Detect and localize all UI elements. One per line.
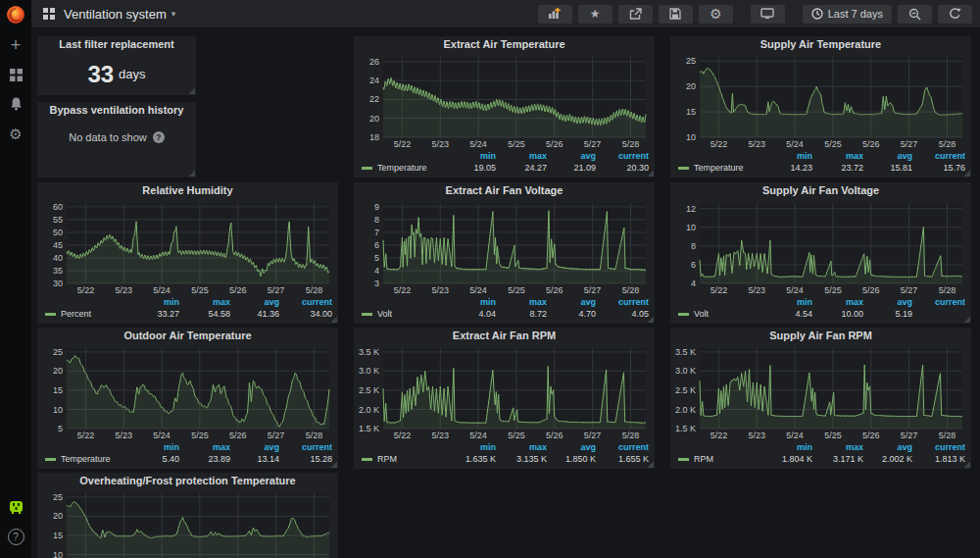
legend-series[interactable]: Volt [362,309,447,319]
legend-header-current[interactable]: current [596,297,649,307]
legend-header-min[interactable]: min [763,442,812,452]
legend-header-current[interactable]: current [279,297,332,307]
panel-title[interactable]: Extract Air Fan Voltage [354,182,655,199]
legend-header-avg[interactable]: avg [863,151,912,161]
panel-title[interactable]: Supply Air Temperature [670,36,971,53]
chart-extract-air-fan-voltage[interactable]: 5/225/235/245/255/265/275/283456789 [358,199,651,295]
chart-extract-air-temperature[interactable]: 5/225/235/245/255/265/275/281820222426 [358,53,651,149]
legend-header-current[interactable]: current [596,151,649,161]
panel-resize-handle[interactable] [646,315,654,323]
chart-supply-air-fan-voltage[interactable]: 5/225/235/245/255/265/275/284681012 [674,199,967,295]
chart-relative-humidity[interactable]: 5/225/235/245/255/265/275/28303540455055… [41,199,334,295]
legend-header-max[interactable]: max [496,297,547,307]
grafana-logo-icon[interactable] [0,0,31,29]
cycle-view-monitor-button[interactable] [751,5,785,24]
dashboard-grid-icon[interactable] [43,8,55,20]
legend-series[interactable]: Temperature [362,163,447,173]
panel-resize-handle[interactable] [962,315,970,323]
dashboard-title[interactable]: Ventilation system [64,7,167,22]
legend-header-current[interactable]: current [596,442,649,452]
svg-text:3.5 K: 3.5 K [359,347,379,357]
panel-title[interactable]: Extract Air Temperature [354,36,655,53]
panel-title[interactable]: Outdoor Air Temperature [37,328,338,344]
configuration-gear-icon[interactable]: ⚙︎ [0,120,31,147]
panel-title[interactable]: Overheating/Frost protection Temperature [37,473,338,489]
legend-header-min[interactable]: min [763,151,812,161]
panel-resize-handle[interactable] [187,169,195,177]
legend-header-max[interactable]: max [812,297,863,307]
dashboards-icon[interactable] [0,61,31,88]
save-button[interactable] [659,5,693,24]
legend-series[interactable]: Volt [678,309,763,319]
legend-avg-value: 5.19 [863,309,912,319]
legend-header-min[interactable]: min [130,442,179,452]
legend-header-avg[interactable]: avg [230,297,279,307]
panel-title[interactable]: Bypass ventilation history [37,102,196,119]
panel-resize-handle[interactable] [962,460,970,468]
zoom-out-button[interactable] [898,5,932,24]
legend-max-value: 54.58 [179,309,230,319]
legend-header-avg[interactable]: avg [863,442,912,452]
legend-series[interactable]: Percent [45,309,130,319]
svg-text:10: 10 [53,405,63,415]
legend-header-avg[interactable]: avg [547,151,596,161]
legend-header-current[interactable]: current [912,297,965,307]
chart-extract-air-fan-rpm[interactable]: 5/225/235/245/255/265/275/281.5 K2.0 K2.… [358,344,651,440]
legend-header-min[interactable]: min [447,442,496,452]
panel-resize-handle[interactable] [646,460,654,468]
legend-header-min[interactable]: min [447,151,496,161]
legend-series[interactable]: RPM [362,454,447,464]
panel-title[interactable]: Supply Air Fan RPM [670,328,971,344]
time-range-picker[interactable]: Last 7 days [803,5,892,24]
panel-title[interactable]: Supply Air Fan Voltage [670,182,971,199]
chart-supply-air-fan-rpm[interactable]: 5/225/235/245/255/265/275/281.5 K2.0 K2.… [674,344,967,440]
chart-supply-air-temperature[interactable]: 5/225/235/245/255/265/275/2810152025 [674,53,967,149]
panel-title[interactable]: Extract Air Fan RPM [354,328,655,344]
legend-header-max[interactable]: max [496,151,547,161]
legend-header-avg[interactable]: avg [230,442,279,452]
chart-outdoor-air-temperature[interactable]: 5/225/235/245/255/265/275/28510152025 [41,344,334,440]
refresh-button[interactable] [938,5,972,24]
legend-header-current[interactable]: current [912,442,965,452]
add-panel-button[interactable] [538,5,572,24]
user-avatar[interactable] [0,493,31,521]
legend-header-current[interactable]: current [912,151,965,161]
legend-header-max[interactable]: max [812,151,863,161]
dashboard-settings-button[interactable]: ⚙︎ [699,5,733,24]
panel-resize-handle[interactable] [962,169,970,177]
star-button[interactable]: ★ [578,5,612,24]
svg-text:5/26: 5/26 [862,285,880,295]
legend-series[interactable]: RPM [678,454,763,464]
svg-text:5/26: 5/26 [229,285,247,295]
legend-header-min[interactable]: min [447,297,496,307]
legend-header-avg[interactable]: avg [863,297,912,307]
legend-header-avg[interactable]: avg [547,442,596,452]
svg-text:35: 35 [53,266,63,276]
help-icon[interactable]: ? [0,523,31,550]
add-icon[interactable]: + [0,31,31,59]
legend-series[interactable]: Temperature [45,454,130,464]
legend-header-max[interactable]: max [179,297,230,307]
info-icon[interactable]: ? [153,131,165,143]
panel-resize-handle[interactable] [329,315,337,323]
panel-resize-handle[interactable] [329,460,337,468]
legend-header-current[interactable]: current [279,442,332,452]
share-button[interactable] [618,5,653,24]
legend: min max avg current Volt 4.54 10.00 5.19 [670,295,971,324]
legend-header-max[interactable]: max [179,442,230,452]
legend-current-value: 1.813 K [912,454,965,464]
panel-resize-handle[interactable] [646,169,654,177]
panel-title[interactable]: Relative Humidity [37,182,338,199]
legend-series[interactable]: Temperature [678,163,763,173]
legend-header-min[interactable]: min [130,297,179,307]
legend-header-max[interactable]: max [812,442,863,452]
chart-overheating-frost-protection-temperature[interactable]: 5/225/235/245/255/265/275/28510152025 [41,489,334,558]
legend-header-max[interactable]: max [496,442,547,452]
title-caret-icon[interactable]: ▾ [172,9,176,19]
panel-resize-handle[interactable] [187,86,195,94]
legend-header-avg[interactable]: avg [547,297,596,307]
alerting-bell-icon[interactable] [0,90,31,118]
panel-title[interactable]: Last filter replacement [37,36,196,53]
legend-header-min[interactable]: min [763,297,812,307]
navbar: Ventilation system ▾ ★ ⚙︎ Last 7 days [31,0,980,27]
